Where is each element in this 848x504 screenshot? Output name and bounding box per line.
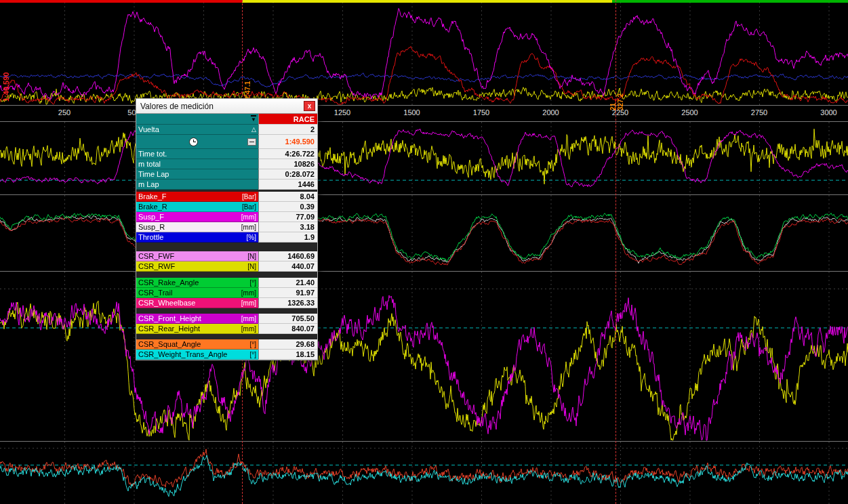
lap-time-axis-label: 1:49.590 bbox=[2, 72, 10, 102]
info-label: m Lap bbox=[138, 180, 159, 190]
cursor-label: 327.2 bbox=[617, 93, 624, 110]
chart-panel-rpm[interactable] bbox=[0, 122, 848, 194]
filter-icon[interactable]: ▼ bbox=[251, 115, 256, 123]
info-row-time-lap[interactable]: Time Lap0:28.072 bbox=[136, 169, 317, 180]
filter-row[interactable]: ▼RACE bbox=[136, 114, 317, 125]
channel-unit: [%] bbox=[247, 232, 256, 243]
measurement-rows: ▼RACEVuelta△21:49.590Time tot.4:26.722m … bbox=[136, 114, 317, 360]
channel-row-throttle[interactable]: Throttle[%]1.9 bbox=[136, 232, 317, 243]
lap-section-bar-section-red bbox=[0, 0, 242, 3]
channel-value: 1.9 bbox=[258, 232, 317, 243]
channel-value: 8.04 bbox=[258, 192, 317, 202]
lap-time-value: 1:49.590 bbox=[258, 135, 317, 149]
channel-value: 29.68 bbox=[258, 339, 317, 350]
collapse-button[interactable] bbox=[247, 138, 256, 146]
channel-row-csr-rake-angle[interactable]: CSR_Rake_Angle[°]21.40 bbox=[136, 278, 317, 288]
panel-divider bbox=[0, 194, 848, 195]
channel-row-csr-rear-height[interactable]: CSR_Rear_Height[mm]840.07 bbox=[136, 324, 317, 334]
info-value: 4:26.722 bbox=[258, 149, 317, 159]
channel-row-csr-wheelbase[interactable]: CSR_Wheelbase[mm]1326.33 bbox=[136, 298, 317, 308]
clock-icon bbox=[189, 138, 198, 146]
channel-label: CSR_Rake_Angle bbox=[138, 278, 199, 288]
channel-row-csr-squat-angle[interactable]: CSR_Squat_Angle[°]29.68 bbox=[136, 339, 317, 350]
info-value: 1446 bbox=[258, 180, 317, 190]
group-gap bbox=[136, 334, 317, 339]
channel-value: 0.39 bbox=[258, 202, 317, 212]
channel-unit: [mm] bbox=[241, 298, 256, 308]
channel-label: CSR_Front_Height bbox=[138, 314, 201, 324]
info-label: Time tot. bbox=[138, 149, 167, 159]
telemetry-workspace: 2505007501000125015001750200022502500275… bbox=[0, 0, 848, 504]
channel-unit: [mm] bbox=[241, 324, 256, 334]
channel-value: 3.18 bbox=[258, 222, 317, 232]
channel-label: Brake_F bbox=[138, 192, 167, 202]
channel-unit: [mm] bbox=[241, 222, 256, 232]
channel-unit: [Bar] bbox=[242, 192, 256, 202]
chart-panel-accel[interactable] bbox=[0, 442, 848, 504]
channel-unit: [mm] bbox=[241, 314, 256, 324]
info-row-vuelta[interactable]: Vuelta△2 bbox=[136, 125, 317, 135]
channel-unit: [°] bbox=[249, 350, 256, 360]
channel-row-brake-r[interactable]: Brake_R[Bar]0.39 bbox=[136, 202, 317, 212]
channel-label: CSR_RWF bbox=[138, 261, 175, 272]
cursor-label: 21 bbox=[609, 103, 617, 110]
race-header: RACE bbox=[258, 114, 317, 125]
channel-value: 21.40 bbox=[258, 278, 317, 288]
channel-unit: [°] bbox=[249, 278, 256, 288]
lap-section-bar-section-yellow bbox=[242, 0, 612, 3]
channel-row-csr-weight-trans-angle[interactable]: CSR_Weight_Trans_Angle[°]18.15 bbox=[136, 350, 317, 360]
group-gap bbox=[136, 272, 317, 278]
channel-value: 18.15 bbox=[258, 350, 317, 360]
channel-label: Susp_F bbox=[138, 212, 164, 222]
channel-row-csr-fwf[interactable]: CSR_FWF[N]1460.69 bbox=[136, 251, 317, 261]
channel-value: 1460.69 bbox=[258, 251, 317, 261]
measurement-values-window[interactable]: Valores de medición x ▼RACEVuelta△21:49.… bbox=[136, 98, 318, 360]
lap-section-bar-section-green bbox=[612, 0, 848, 3]
channel-value: 440.07 bbox=[258, 261, 317, 272]
channel-label: CSR_FWF bbox=[138, 251, 174, 261]
triangle-icon: △ bbox=[251, 125, 256, 135]
axis-tick-label: 3000 bbox=[820, 108, 836, 117]
lap-time-row[interactable]: 1:49.590 bbox=[136, 135, 317, 149]
panel-divider bbox=[0, 121, 848, 122]
channel-unit: [N] bbox=[247, 261, 256, 272]
group-gap bbox=[136, 243, 317, 251]
channel-label: Susp_R bbox=[138, 222, 165, 232]
distance-axis: 2505007501000125015001750200022502500275… bbox=[0, 106, 848, 121]
info-label: m total bbox=[138, 159, 161, 169]
channel-label: Throttle bbox=[138, 232, 163, 243]
channel-label: Brake_R bbox=[138, 202, 167, 212]
channel-label: CSR_Trail bbox=[138, 288, 172, 298]
info-row-m-lap[interactable]: m Lap1446 bbox=[136, 180, 317, 190]
axis-tick-label: 250 bbox=[58, 108, 70, 117]
channel-value: 91.97 bbox=[258, 288, 317, 298]
channel-row-brake-f[interactable]: Brake_F[Bar]8.04 bbox=[136, 192, 317, 202]
info-label: Vuelta bbox=[138, 125, 159, 135]
window-titlebar[interactable]: Valores de medición x bbox=[136, 99, 317, 114]
channel-unit: [N] bbox=[247, 251, 256, 261]
close-button[interactable]: x bbox=[304, 101, 315, 111]
channel-unit: [Bar] bbox=[242, 202, 256, 212]
axis-tick-label: 2000 bbox=[542, 108, 559, 117]
channel-row-susp-r[interactable]: Susp_R[mm]3.18 bbox=[136, 222, 317, 232]
info-value: 0:28.072 bbox=[258, 169, 317, 180]
chart-panel-speed[interactable] bbox=[0, 2, 848, 105]
channel-value: 77.09 bbox=[258, 212, 317, 222]
info-row-time-tot-[interactable]: Time tot.4:26.722 bbox=[136, 149, 317, 159]
info-row-m-total[interactable]: m total10826 bbox=[136, 159, 317, 169]
panel-divider bbox=[0, 105, 848, 106]
chart-panel-csr-heights[interactable] bbox=[0, 272, 848, 441]
cursor-line[interactable] bbox=[615, 0, 616, 504]
channel-row-csr-front-height[interactable]: CSR_Front_Height[mm]705.50 bbox=[136, 314, 317, 324]
info-value: 10826 bbox=[258, 159, 317, 169]
chart-panel-suspension[interactable] bbox=[0, 195, 848, 271]
channel-value: 840.07 bbox=[258, 324, 317, 334]
axis-tick-label: 2750 bbox=[751, 108, 767, 117]
channel-row-susp-f[interactable]: Susp_F[mm]77.09 bbox=[136, 212, 317, 222]
channel-unit: [mm] bbox=[241, 288, 256, 298]
channel-row-csr-rwf[interactable]: CSR_RWF[N]440.07 bbox=[136, 261, 317, 272]
axis-tick-label: 1250 bbox=[334, 108, 350, 117]
channel-label: CSR_Wheelbase bbox=[138, 298, 195, 308]
channel-row-csr-trail[interactable]: CSR_Trail[mm]91.97 bbox=[136, 288, 317, 298]
axis-tick-label: 1750 bbox=[473, 108, 489, 117]
